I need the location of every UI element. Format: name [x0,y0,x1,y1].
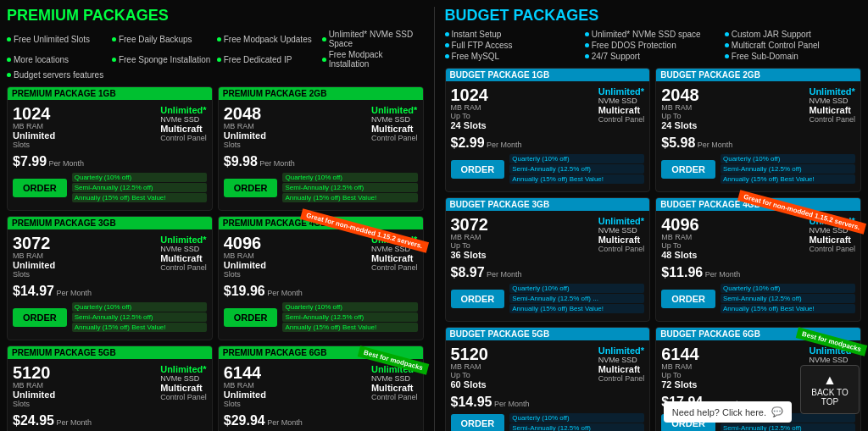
budget-packages-grid: BUDGET PACKAGE 1GB1024MB RAMUp To24 Slot… [445,68,862,431]
package-body: 5120MB RAMUp To60 SlotsUnlimited*NVMe SS… [451,345,645,390]
stat-ram-label: MB RAM [224,251,366,260]
package-card-premium-4gb: Great for non-modded 1.15.2 servers.PREM… [218,216,424,340]
discount-tag: Quarterly (10% off) [509,284,644,293]
discount-tag: Annually (15% off) Best Value! [72,193,207,202]
chat-widget[interactable]: Need help? Click here. 💬 [664,401,792,423]
stat-up-to: Up To [661,371,804,379]
budget-feature-item: Custom JAR Support [725,30,861,39]
feature-text: Free Sponge Installation [119,55,210,64]
stat-panel: Control Panel [371,393,418,401]
stat-panel: Control Panel [598,115,645,124]
chat-icon: 💬 [771,406,783,417]
stat-nvme: NVMe SSD [598,226,645,235]
stat-nvme: NVMe SSD [160,115,207,124]
order-button-budget-2gb[interactable]: ORDER [661,160,715,179]
feature-dot [585,54,589,58]
package-stats-left: 2048MB RAMUnlimitedSlots [224,105,366,149]
feature-text: Free Modpack Installation [329,50,424,69]
order-button-premium-3gb[interactable]: ORDER [13,308,67,327]
package-card-premium-2gb: PREMIUM PACKAGE 2GB2048MB RAMUnlimitedSl… [218,86,424,211]
package-card-premium-5gb: PREMIUM PACKAGE 5GB5120MB RAMUnlimitedSl… [7,345,213,431]
feature-text: Free Sub-Domain [732,52,798,61]
stat-ram: 5120 [451,345,593,362]
package-pricing: $7.99 Per Month [13,154,207,169]
feature-dot [445,54,449,58]
stat-ram-label: MB RAM [13,122,155,130]
feature-text: Unlimited* NVMe SSD Space [329,30,424,48]
premium-feature-item: Unlimited* NVMe SSD Space [322,30,424,48]
stat-unlimited: Unlimited* [160,235,207,245]
stat-panel: Control Panel [160,134,207,142]
package-stats-right: Unlimited*NVMe SSDMulticraftControl Pane… [598,345,645,383]
section-divider [434,7,435,431]
feature-text: Unlimited* NVMe SSD space [592,30,701,39]
stat-ram-label: MB RAM [224,381,366,390]
feature-dot [7,37,11,41]
package-body: 3072MB RAMUnlimitedSlotsUnlimited*NVMe S… [13,235,207,279]
stat-unlimited: Unlimited* [598,216,645,226]
stat-nvme: NVMe SSD [598,97,645,105]
stat-ram-label: MB RAM [661,233,804,241]
feature-text: Free Dedicated IP [224,55,292,64]
package-stats-right: Unlimited*NVMe SSDMulticraftControl Pane… [371,105,418,142]
stat-slots-label: Slots [13,270,155,279]
order-button-budget-5gb[interactable]: ORDER [451,414,505,432]
stat-nvme: NVMe SSD [598,356,645,364]
premium-feature-item: Budget servers features [7,70,108,80]
order-button-premium-1gb[interactable]: ORDER [13,179,67,197]
package-header: PREMIUM PACKAGE 5GB [8,346,212,359]
discount-tags: Quarterly (10% off)Semi-Annually (12.5% … [721,284,855,313]
package-stats-left: 3072MB RAMUp To36 Slots [451,216,593,260]
feature-text: Free Modpack Updates [224,35,312,44]
price-period: Per Month [54,418,92,427]
discount-tag: Quarterly (10% off) [282,173,417,182]
stat-unlimited: Unlimited* [371,105,418,115]
back-to-top-button[interactable]: ▲ BACK TO TOP [800,365,860,414]
order-button-budget-1gb[interactable]: ORDER [451,160,505,179]
package-stats-right: Unlimited*NVMe SSDMulticraftControl Pane… [160,364,207,401]
stat-ram-label: MB RAM [451,103,593,112]
budget-feature-item: Full FTP Access [445,41,581,50]
discount-tags: Quarterly (10% off)Semi-Annually (12.5% … [282,302,417,332]
stat-panel: Control Panel [160,263,207,272]
stat-slots-label: Slots [13,141,155,149]
package-pricing: $5.98 Per Month [661,135,855,151]
feature-text: Instant Setup [452,30,502,39]
price-main: $14.97 [13,284,54,298]
discount-tags: Quarterly (10% off)Semi-Annually (12.5% … [509,154,644,184]
stat-ram: 4096 [661,216,804,233]
discount-tags: Quarterly (10% off)Semi-Annually (12.5% … [72,173,207,202]
order-button-premium-4gb[interactable]: ORDER [224,308,278,327]
stat-slots: Unlimited [224,260,366,270]
budget-feature-item: Free MySQL [445,52,581,61]
discount-tag: Quarterly (10% off) [509,154,644,163]
stat-multicraft: Multicraft [160,124,207,134]
package-stats-left: 4096MB RAMUp To48 Slots [661,216,804,260]
order-button-budget-3gb[interactable]: ORDER [451,290,505,308]
stat-slots-count: 24 Slots [451,120,593,130]
package-body: 2048MB RAMUp To24 SlotsUnlimited*NVMe SS… [661,86,855,130]
stat-panel: Control Panel [598,374,645,383]
package-card-budget-2gb: BUDGET PACKAGE 2GB2048MB RAMUp To24 Slot… [655,68,861,192]
order-row: ORDERQuarterly (10% off)Semi-Annually (1… [661,154,855,184]
order-row: ORDERQuarterly (10% off)Semi-Annually (1… [13,302,207,332]
budget-feature-item: Free DDOS Protection [585,41,721,50]
package-stats-left: 5120MB RAMUp To60 Slots [451,345,593,390]
premium-section: PREMIUM PACKAGES Free Unlimited SlotsFre… [7,7,424,431]
package-pricing: $8.97 Per Month [451,265,645,280]
order-row: ORDERQuarterly (10% off)Semi-Annually (1… [451,284,645,313]
price-main: $24.95 [13,413,54,428]
stat-ram: 2048 [661,86,804,103]
budget-feature-item: Free Sub-Domain [725,52,861,61]
budget-features: Instant SetupUnlimited* NVMe SSD spaceCu… [445,30,862,61]
order-row: ORDERQuarterly (10% off)Semi-Annually (1… [661,284,855,313]
feature-text: Free MySQL [452,52,500,61]
price-period: Per Month [492,400,529,408]
order-button-premium-2gb[interactable]: ORDER [224,179,278,197]
package-body: 6144MB RAMUnlimitedSlotsUnlimited*NVMe S… [224,364,418,408]
stat-nvme: NVMe SSD [160,374,207,383]
order-button-budget-4gb[interactable]: ORDER [661,290,715,308]
premium-feature-item: Free Modpack Installation [322,50,424,69]
stat-nvme: NVMe SSD [809,356,855,364]
discount-tags: Quarterly (10% off)Semi-Annually (12.5% … [721,154,855,184]
